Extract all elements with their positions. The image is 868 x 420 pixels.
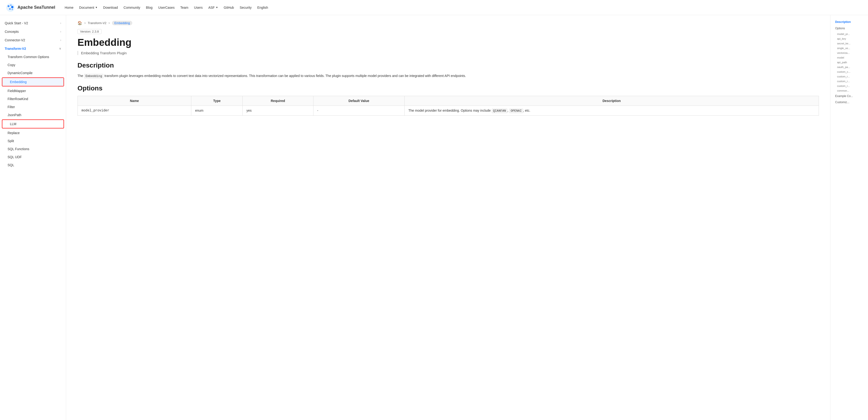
nav-users[interactable]: Users: [194, 6, 203, 9]
toc-secret-key[interactable]: secret_ke...: [833, 41, 865, 46]
nav-github[interactable]: GitHub: [224, 6, 234, 9]
toc-model-provider[interactable]: model_pr...: [833, 32, 865, 36]
breadcrumb-parent[interactable]: Transform-V2: [88, 21, 106, 25]
nav-security[interactable]: Security: [240, 6, 252, 9]
desc-text-1: The: [78, 74, 83, 78]
openai-code: OPENAI: [509, 108, 523, 113]
toc-customiz[interactable]: Customiz...: [833, 99, 865, 105]
right-toc: Description Options model_pr... api_key …: [830, 15, 868, 420]
sidebar-sub-embedding-wrapper: Embedding: [2, 77, 64, 87]
breadcrumb-home-icon[interactable]: 🏠: [78, 21, 82, 25]
table-row: model_provider enum yes - The model prov…: [78, 106, 819, 116]
description-paragraph: The Embedding transform plugin leverages…: [78, 73, 819, 79]
breadcrumb-current: Embedding: [112, 21, 132, 25]
sidebar: Quick Start - V2 › Concepts › Connector-…: [0, 15, 66, 420]
sidebar-sub-filterrowkind[interactable]: FilterRowKind: [0, 95, 66, 103]
toc-model[interactable]: model: [833, 55, 865, 60]
sidebar-item-quickstart[interactable]: Quick Start - V2 ›: [0, 19, 66, 27]
main-content: 🏠 > Transform-V2 > Embedding Version: 2.…: [66, 15, 830, 420]
page-title: Embedding: [78, 37, 819, 48]
svg-point-4: [9, 8, 11, 10]
version-badge: Version: 2.3.8: [78, 29, 101, 34]
sidebar-sub-embedding[interactable]: Embedding: [2, 78, 64, 86]
toc-common[interactable]: common...: [833, 88, 865, 93]
sidebar-sub-sqlfunctions[interactable]: SQL Functions: [0, 145, 66, 153]
svg-point-3: [11, 6, 13, 8]
toc-custom-r1[interactable]: custom_r...: [833, 74, 865, 79]
logo-title: Apache SeaTunnel: [18, 5, 55, 10]
col-required: Required: [243, 96, 313, 106]
options-table: Name Type Required Default Value Descrip…: [78, 96, 819, 116]
breadcrumb-sep1: >: [84, 21, 86, 25]
cell-name: model_provider: [78, 106, 191, 116]
toc-api-path[interactable]: api_path: [833, 60, 865, 65]
logo-icon: [6, 3, 15, 12]
sidebar-sub-llm-wrapper: LLM: [2, 120, 64, 128]
sidebar-sub-dynamiccompile[interactable]: DynamicCompile: [0, 69, 66, 77]
col-description: Description: [405, 96, 819, 106]
toc-api-key[interactable]: api_key: [833, 36, 865, 41]
qianfan-code: QIANFAN: [492, 108, 507, 113]
description-heading: Description: [78, 62, 819, 69]
nav-document[interactable]: Document ▼: [79, 6, 97, 9]
sidebar-sub-sql[interactable]: SQL: [0, 161, 66, 169]
nav-team[interactable]: Team: [180, 6, 188, 9]
col-type: Type: [191, 96, 243, 106]
toc-options[interactable]: Options: [833, 25, 865, 32]
desc-code-embedding: Embedding: [84, 74, 103, 78]
breadcrumb-sep2: >: [108, 21, 110, 25]
sidebar-item-transform[interactable]: Transform-V2 ∨: [0, 44, 66, 53]
toc-single-vec[interactable]: single_ve...: [833, 46, 865, 51]
svg-point-5: [11, 9, 13, 10]
toc-custom-r3[interactable]: custom_r...: [833, 84, 865, 88]
sidebar-item-connector[interactable]: Connector-V2 ›: [0, 36, 66, 44]
nav-download[interactable]: Download: [103, 6, 118, 9]
breadcrumb: 🏠 > Transform-V2 > Embedding: [78, 21, 819, 25]
main-nav: Home Document ▼ Download Community Blog …: [65, 6, 862, 9]
cell-description: The model provider for embedding. Option…: [405, 106, 819, 116]
nav-usercases[interactable]: UserCases: [158, 6, 175, 9]
sidebar-sub-transform-common[interactable]: Transform Common Options: [0, 53, 66, 61]
sidebar-sub-sqludf[interactable]: SQL UDF: [0, 153, 66, 161]
sidebar-sub-fieldmapper[interactable]: FieldMapper: [0, 87, 66, 95]
cell-type: enum: [191, 106, 243, 116]
sidebar-sub-replace[interactable]: Replace: [0, 129, 66, 137]
sidebar-sub-jsonpath[interactable]: JsonPath: [0, 111, 66, 119]
toc-oauth-path[interactable]: oauth_pa...: [833, 65, 865, 69]
nav-asf[interactable]: ASF ▼: [208, 6, 218, 9]
sidebar-sub-llm[interactable]: LLM: [2, 120, 64, 128]
page-subtitle: Embedding Transform Plugin: [78, 51, 819, 55]
nav-community[interactable]: Community: [124, 6, 140, 9]
concepts-chevron-icon: ›: [60, 30, 61, 33]
document-dropdown-icon: ▼: [95, 6, 97, 9]
connector-chevron-icon: ›: [60, 38, 61, 42]
cell-default: -: [313, 106, 404, 116]
toc-custom-c[interactable]: custom_c...: [833, 69, 865, 74]
transform-chevron-icon: ∨: [59, 47, 61, 50]
svg-point-2: [10, 4, 11, 6]
col-name: Name: [78, 96, 191, 106]
desc-text-2: transform plugin leverages embedding mod…: [104, 74, 466, 78]
toc-description[interactable]: Description: [833, 19, 865, 25]
nav-home[interactable]: Home: [65, 6, 73, 9]
sidebar-item-concepts[interactable]: Concepts ›: [0, 27, 66, 36]
cell-required: yes: [243, 106, 313, 116]
sidebar-sub-copy[interactable]: Copy: [0, 61, 66, 69]
options-heading: Options: [78, 85, 819, 92]
toc-custom-r2[interactable]: custom_r...: [833, 79, 865, 84]
nav-language[interactable]: English: [257, 6, 268, 9]
quickstart-chevron-icon: ›: [60, 22, 61, 25]
svg-point-0: [6, 3, 14, 12]
layout: Quick Start - V2 › Concepts › Connector-…: [0, 15, 868, 420]
sidebar-sub-split[interactable]: Split: [0, 137, 66, 145]
nav-blog[interactable]: Blog: [146, 6, 153, 9]
col-default: Default Value: [313, 96, 404, 106]
toc-vectorization[interactable]: vectoriza...: [833, 51, 865, 55]
toc-example[interactable]: Example Co...: [833, 93, 865, 99]
asf-dropdown-icon: ▼: [216, 6, 218, 9]
header: Apache SeaTunnel Home Document ▼ Downloa…: [0, 0, 868, 15]
logo-area: Apache SeaTunnel: [6, 3, 55, 12]
svg-point-1: [7, 5, 9, 7]
sidebar-sub-filter[interactable]: Filter: [0, 103, 66, 111]
